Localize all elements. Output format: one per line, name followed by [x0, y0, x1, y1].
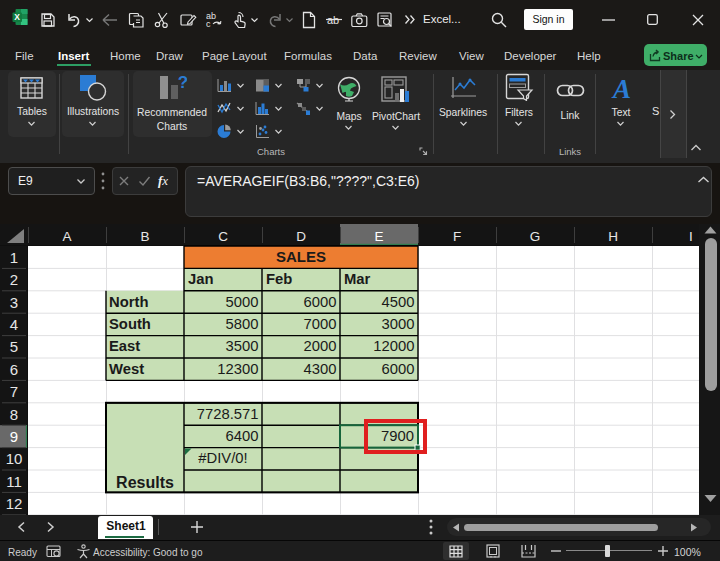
svg-text:A: A [62, 229, 71, 244]
svg-text:B: B [140, 229, 149, 244]
svg-text:3500: 3500 [226, 338, 259, 354]
svg-text:West: West [109, 361, 144, 377]
svg-text:4: 4 [10, 316, 18, 333]
svg-text:I: I [689, 229, 693, 244]
svg-text:5000: 5000 [226, 294, 259, 310]
svg-text:Mar: Mar [344, 271, 371, 287]
svg-text:6400: 6400 [226, 428, 259, 444]
svg-text:2000: 2000 [304, 338, 337, 354]
svg-text:1: 1 [10, 249, 18, 266]
svg-text:6000: 6000 [304, 294, 337, 310]
svg-text:8: 8 [10, 406, 18, 423]
svg-text:5800: 5800 [226, 316, 259, 332]
svg-text:7: 7 [10, 383, 18, 400]
svg-text:7728.571: 7728.571 [197, 406, 259, 422]
svg-text:Feb: Feb [266, 271, 292, 287]
svg-text:12: 12 [6, 495, 23, 512]
svg-text:X: X [14, 12, 20, 22]
svg-text:2: 2 [10, 271, 18, 288]
svg-text:Results: Results [116, 474, 174, 491]
svg-text:#DIV/0!: #DIV/0! [198, 450, 247, 466]
svg-text:6: 6 [10, 361, 18, 378]
svg-text:4300: 4300 [304, 361, 337, 377]
svg-text:7000: 7000 [304, 316, 337, 332]
svg-text:H: H [608, 229, 618, 244]
svg-text:D: D [296, 229, 306, 244]
svg-text:A: A [611, 74, 631, 102]
svg-text:4500: 4500 [382, 294, 415, 310]
svg-text:7900: 7900 [381, 428, 414, 444]
svg-text:c: c [206, 19, 211, 29]
svg-text:12300: 12300 [217, 361, 258, 377]
svg-text:11: 11 [6, 473, 22, 490]
svg-text:South: South [109, 316, 151, 332]
svg-text:12000: 12000 [373, 338, 414, 354]
svg-text:F: F [453, 229, 461, 244]
svg-text:6000: 6000 [382, 361, 415, 377]
svg-text:10: 10 [6, 450, 23, 467]
svg-text:9: 9 [10, 428, 18, 445]
svg-text:?: ? [178, 74, 187, 92]
svg-text:SALES: SALES [276, 248, 326, 265]
svg-text:3000: 3000 [382, 316, 415, 332]
svg-text:C: C [218, 229, 228, 244]
svg-text:5: 5 [10, 338, 18, 355]
svg-text:Jan: Jan [188, 271, 214, 287]
svg-text:3: 3 [10, 294, 18, 311]
svg-text:East: East [109, 338, 140, 354]
svg-text:North: North [109, 294, 148, 310]
svg-text:G: G [530, 229, 541, 244]
svg-text:E: E [374, 229, 383, 244]
